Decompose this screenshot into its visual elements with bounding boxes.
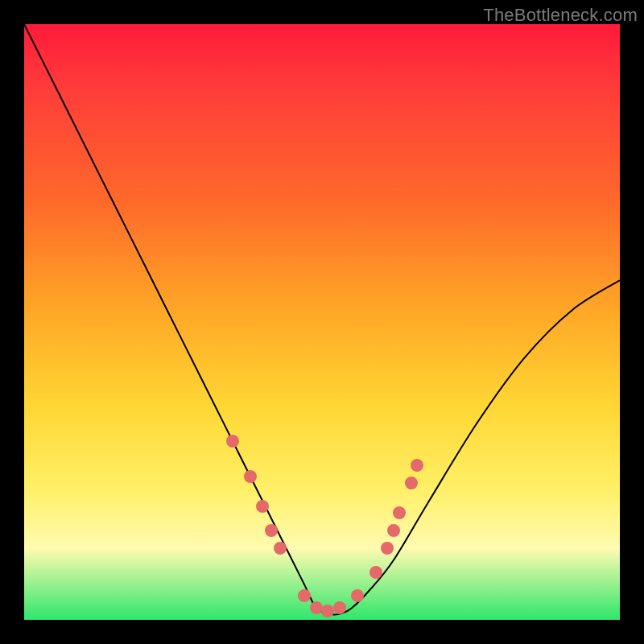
data-marker xyxy=(369,566,382,579)
plot-area xyxy=(24,24,620,620)
data-marker xyxy=(387,524,400,537)
bottleneck-curve xyxy=(24,24,620,620)
data-marker xyxy=(405,477,418,489)
data-marker xyxy=(393,506,406,519)
data-marker xyxy=(411,459,423,472)
chart-stage: TheBottleneck.com xyxy=(0,0,644,644)
watermark-text: TheBottleneck.com xyxy=(483,5,638,26)
data-marker xyxy=(310,601,323,614)
data-marker xyxy=(226,435,239,448)
data-marker xyxy=(265,524,278,537)
